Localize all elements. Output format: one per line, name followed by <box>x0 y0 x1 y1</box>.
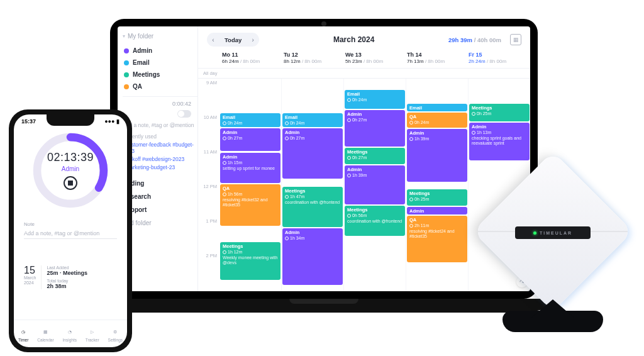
calendar-event[interactable]: Meetings1h 12mWeekly monee meeting with … <box>220 242 280 280</box>
sidebar-item-qa[interactable]: QA <box>123 81 197 92</box>
calendar-event[interactable]: Email0h 24m <box>220 113 280 127</box>
event-note: checking sprint goals and reevaluate spr… <box>472 136 527 146</box>
calendar-event[interactable]: Admin0h 27m <box>282 128 343 179</box>
date-month: March <box>24 275 36 281</box>
calendar-event[interactable]: Admin1h 39m <box>407 129 467 182</box>
tab-insights[interactable]: ◔Insights <box>63 327 77 342</box>
day-header[interactable]: Tu 12 8h 12m / 8h 00m <box>284 52 345 64</box>
timer-value: 02:13:39 <box>47 151 94 164</box>
tab-calendar[interactable]: ▦Calendar <box>37 327 53 342</box>
tab-label: Settings <box>108 338 123 342</box>
calendar-event[interactable]: Admin0h 27m <box>345 110 405 147</box>
sidebar-item-meetings[interactable]: Meetings <box>123 69 197 81</box>
event-note: Weekly monee meeting with @devs <box>223 255 278 265</box>
day-name: Th 14 <box>407 52 469 58</box>
week-totals: 29h 39m / 40h 00m <box>448 36 501 43</box>
tab-tracker[interactable]: ▷Tracker <box>86 327 99 342</box>
hour-label: 9 AM <box>198 79 219 113</box>
clock-icon <box>472 131 475 135</box>
recent-tag[interactable]: #marketing-budget-23 <box>123 164 197 170</box>
tracker-stand <box>502 311 603 332</box>
total-today-value: 2h 38m <box>47 283 117 289</box>
recent-tag[interactable]: #customer-feedback #budget-2023 <box>123 142 197 154</box>
calendar-event[interactable]: Email0h 24m <box>282 113 343 127</box>
calendar-event[interactable]: Meetings0h 27m <box>345 148 405 164</box>
calendar-picker-icon[interactable]: ▦ <box>510 34 521 45</box>
chevron-down-icon: ▾ <box>123 33 125 39</box>
tracker-brand: TIMEULAR <box>540 231 572 235</box>
calendar-event[interactable]: Admin0h 27m <box>220 128 280 151</box>
calendar-event[interactable]: Meetings0h 25m <box>407 189 467 206</box>
event-duration: 1h 13m <box>472 130 527 135</box>
folder-header[interactable]: ▾ My folder <box>123 33 197 40</box>
calendar-event[interactable]: Meetings0h 25m <box>469 104 530 121</box>
day-header[interactable]: We 13 5h 23m / 8h 00m <box>345 52 407 64</box>
calendar-main: ‹ Today › March 2024 29h 39m / 40h 00m ▦… <box>198 26 530 291</box>
prev-button[interactable]: ‹ <box>207 33 219 47</box>
calendar-title: March 2024 <box>264 35 443 44</box>
note-label: Note <box>24 221 117 227</box>
event-title: Email <box>285 115 340 121</box>
day-column[interactable]: Email0h 24mAdmin0h 27mAdmin1h 15msetting… <box>219 79 281 291</box>
event-duration: 1h 39m <box>409 136 465 142</box>
next-button[interactable]: › <box>247 33 259 47</box>
day-totals: 8h 12m / 8h 00m <box>284 58 345 64</box>
day-header[interactable]: Mo 11 6h 24m / 8h 00m <box>222 52 284 64</box>
last-added-value: 25m · Meetings <box>47 270 117 276</box>
calendar-event[interactable]: Meetings1h 47mcoordination with @fronten… <box>282 187 343 227</box>
day-header[interactable]: Fr 15 2h 24m / 8h 00m <box>469 52 530 64</box>
day-headers: Mo 11 6h 24m / 8h 00mTu 12 8h 12m / 8h 0… <box>198 52 530 69</box>
event-note: setting up sprint for monee <box>223 166 278 171</box>
folder-label: My folder <box>128 33 153 40</box>
calendar-event[interactable]: Admin1h 34m <box>282 228 343 285</box>
sidebar-item-email[interactable]: Email <box>123 57 197 69</box>
day-column[interactable]: Email0h 24mAdmin0h 27mMeetings1h 47mcoor… <box>281 79 343 291</box>
calendar-event[interactable]: QA2h 11mresolving #ticket24 and #ticket3… <box>407 216 467 262</box>
calendar-event[interactable]: Email <box>407 104 467 111</box>
hour-label: 12 PM <box>198 182 219 217</box>
calendar-event[interactable]: Meetings0h 56mcoordination with @fronten… <box>345 206 405 236</box>
day-column[interactable]: Email0h 24mAdmin0h 27mMeetings0h 27mAdmi… <box>343 79 406 291</box>
tab-timer[interactable]: ◷Timer <box>18 327 28 342</box>
calendar-event[interactable]: Admin1h 15msetting up sprint for monee <box>220 153 280 183</box>
day-column[interactable]: EmailQA0h 24mAdmin1h 39mMeetings0h 25mAd… <box>406 79 468 291</box>
sidebar-folder-research[interactable]: Research <box>123 190 197 203</box>
stop-icon <box>68 181 73 186</box>
sidebar-folder-support[interactable]: Support <box>123 203 197 216</box>
event-title: Admin <box>347 112 402 118</box>
calendar-event[interactable]: Admin1h 39m <box>345 165 405 204</box>
hour-labels: 9 AM10 AM11 AM12 PM1 PM2 PM <box>198 79 219 286</box>
note-input[interactable]: Add a note, #tag or @mention <box>24 228 117 239</box>
recent-tag[interactable]: #kickoff #webdesign-2023 <box>123 156 197 162</box>
stop-button[interactable] <box>64 176 77 190</box>
date-block: 15 March 2024 <box>24 265 36 286</box>
calendar-event[interactable]: QA0h 24m <box>407 113 467 128</box>
add-folder-button[interactable]: Add folder <box>123 216 197 230</box>
phone-frame: 15:37 ●●● ▮ 02:13:39 Admin Note Add a no… <box>9 109 132 352</box>
tab-settings[interactable]: ⚙Settings <box>108 327 123 342</box>
calendar-event[interactable]: Email0h 24m <box>345 90 405 109</box>
calendar-event[interactable]: QA1h 56mresolving #ticket32 and #ticket3… <box>220 184 280 226</box>
clock-icon <box>409 224 413 228</box>
recently-used-label: Recently used <box>123 133 197 140</box>
calendar-icon: ▦ <box>40 327 50 337</box>
today-button[interactable]: Today <box>219 36 247 43</box>
day-totals: 7h 13m / 8h 00m <box>407 58 469 64</box>
event-duration: 1h 34m <box>285 236 340 241</box>
last-added-label: Last Added <box>47 265 117 270</box>
sidebar-note-placeholder[interactable]: Add a note, #tag or @mention <box>123 122 197 128</box>
event-grid[interactable]: Email0h 24mAdmin0h 27mAdmin1h 15msetting… <box>219 79 530 291</box>
day-name: Mo 11 <box>222 52 284 58</box>
billable-toggle[interactable] <box>177 110 191 118</box>
calendar-event[interactable]: Admin1h 13mchecking sprint goals and ree… <box>469 123 530 160</box>
sidebar-folder-coding[interactable]: Coding <box>123 177 197 190</box>
event-note: resolving #ticket24 and #ticket35 <box>409 229 465 239</box>
event-title: Admin <box>285 230 340 236</box>
day-header[interactable]: Th 14 7h 13m / 8h 00m <box>407 52 469 64</box>
calendar-event[interactable]: Admin <box>407 207 467 214</box>
sidebar-item-label: QA <box>133 83 142 90</box>
clock-icon <box>285 121 289 125</box>
sidebar-item-admin[interactable]: Admin <box>123 45 197 57</box>
calendar-grid: 9 AM10 AM11 AM12 PM1 PM2 PM Email0h 24mA… <box>198 79 530 291</box>
timer-ring: 02:13:39 Admin <box>31 131 110 210</box>
